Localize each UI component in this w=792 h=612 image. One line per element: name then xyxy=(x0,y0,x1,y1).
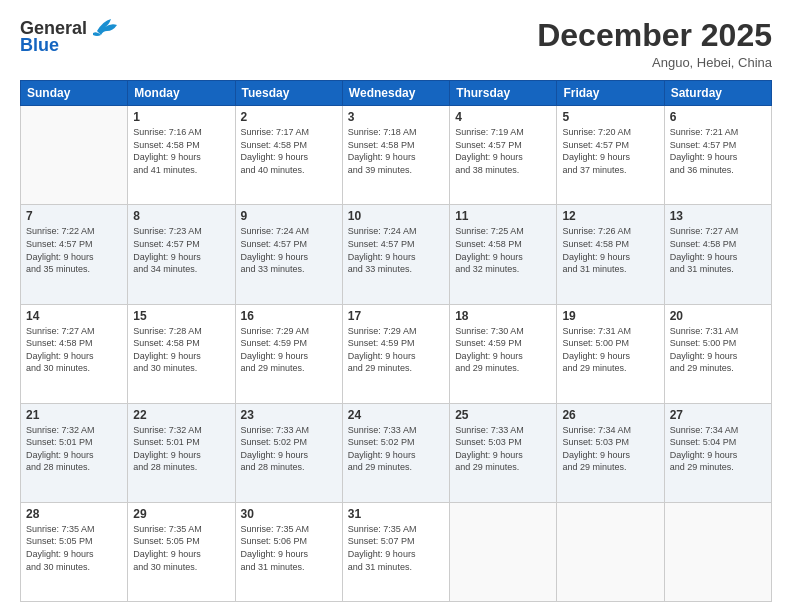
day-info: Sunrise: 7:34 AM Sunset: 5:04 PM Dayligh… xyxy=(670,424,766,474)
day-number: 31 xyxy=(348,507,444,521)
day-number: 26 xyxy=(562,408,658,422)
day-info: Sunrise: 7:30 AM Sunset: 4:59 PM Dayligh… xyxy=(455,325,551,375)
calendar-cell: 28Sunrise: 7:35 AM Sunset: 5:05 PM Dayli… xyxy=(21,502,128,601)
day-number: 2 xyxy=(241,110,337,124)
calendar-cell: 30Sunrise: 7:35 AM Sunset: 5:06 PM Dayli… xyxy=(235,502,342,601)
weekday-header-tuesday: Tuesday xyxy=(235,81,342,106)
day-number: 10 xyxy=(348,209,444,223)
calendar-cell: 2Sunrise: 7:17 AM Sunset: 4:58 PM Daylig… xyxy=(235,106,342,205)
day-info: Sunrise: 7:17 AM Sunset: 4:58 PM Dayligh… xyxy=(241,126,337,176)
calendar-cell: 18Sunrise: 7:30 AM Sunset: 4:59 PM Dayli… xyxy=(450,304,557,403)
weekday-header-row: SundayMondayTuesdayWednesdayThursdayFrid… xyxy=(21,81,772,106)
day-number: 14 xyxy=(26,309,122,323)
day-number: 4 xyxy=(455,110,551,124)
calendar-cell: 8Sunrise: 7:23 AM Sunset: 4:57 PM Daylig… xyxy=(128,205,235,304)
month-title: December 2025 xyxy=(537,18,772,53)
calendar-cell: 9Sunrise: 7:24 AM Sunset: 4:57 PM Daylig… xyxy=(235,205,342,304)
day-info: Sunrise: 7:26 AM Sunset: 4:58 PM Dayligh… xyxy=(562,225,658,275)
calendar-cell: 17Sunrise: 7:29 AM Sunset: 4:59 PM Dayli… xyxy=(342,304,449,403)
calendar-table: SundayMondayTuesdayWednesdayThursdayFrid… xyxy=(20,80,772,602)
calendar-cell: 25Sunrise: 7:33 AM Sunset: 5:03 PM Dayli… xyxy=(450,403,557,502)
day-number: 1 xyxy=(133,110,229,124)
day-info: Sunrise: 7:16 AM Sunset: 4:58 PM Dayligh… xyxy=(133,126,229,176)
calendar-cell: 3Sunrise: 7:18 AM Sunset: 4:58 PM Daylig… xyxy=(342,106,449,205)
day-number: 12 xyxy=(562,209,658,223)
calendar-cell: 23Sunrise: 7:33 AM Sunset: 5:02 PM Dayli… xyxy=(235,403,342,502)
calendar-cell: 12Sunrise: 7:26 AM Sunset: 4:58 PM Dayli… xyxy=(557,205,664,304)
day-number: 27 xyxy=(670,408,766,422)
calendar-cell: 6Sunrise: 7:21 AM Sunset: 4:57 PM Daylig… xyxy=(664,106,771,205)
weekday-header-saturday: Saturday xyxy=(664,81,771,106)
day-number: 15 xyxy=(133,309,229,323)
day-number: 18 xyxy=(455,309,551,323)
day-info: Sunrise: 7:33 AM Sunset: 5:02 PM Dayligh… xyxy=(241,424,337,474)
header: General Blue December 2025 Anguo, Hebei,… xyxy=(20,18,772,70)
calendar-cell: 10Sunrise: 7:24 AM Sunset: 4:57 PM Dayli… xyxy=(342,205,449,304)
day-info: Sunrise: 7:33 AM Sunset: 5:03 PM Dayligh… xyxy=(455,424,551,474)
day-info: Sunrise: 7:24 AM Sunset: 4:57 PM Dayligh… xyxy=(348,225,444,275)
day-number: 19 xyxy=(562,309,658,323)
week-row-1: 7Sunrise: 7:22 AM Sunset: 4:57 PM Daylig… xyxy=(21,205,772,304)
day-info: Sunrise: 7:29 AM Sunset: 4:59 PM Dayligh… xyxy=(241,325,337,375)
day-number: 13 xyxy=(670,209,766,223)
calendar-cell: 29Sunrise: 7:35 AM Sunset: 5:05 PM Dayli… xyxy=(128,502,235,601)
week-row-3: 21Sunrise: 7:32 AM Sunset: 5:01 PM Dayli… xyxy=(21,403,772,502)
day-info: Sunrise: 7:35 AM Sunset: 5:06 PM Dayligh… xyxy=(241,523,337,573)
day-info: Sunrise: 7:25 AM Sunset: 4:58 PM Dayligh… xyxy=(455,225,551,275)
calendar-cell xyxy=(21,106,128,205)
day-number: 7 xyxy=(26,209,122,223)
day-info: Sunrise: 7:27 AM Sunset: 4:58 PM Dayligh… xyxy=(26,325,122,375)
day-number: 23 xyxy=(241,408,337,422)
day-info: Sunrise: 7:24 AM Sunset: 4:57 PM Dayligh… xyxy=(241,225,337,275)
calendar-cell: 5Sunrise: 7:20 AM Sunset: 4:57 PM Daylig… xyxy=(557,106,664,205)
day-info: Sunrise: 7:35 AM Sunset: 5:07 PM Dayligh… xyxy=(348,523,444,573)
calendar-cell: 20Sunrise: 7:31 AM Sunset: 5:00 PM Dayli… xyxy=(664,304,771,403)
calendar-cell: 26Sunrise: 7:34 AM Sunset: 5:03 PM Dayli… xyxy=(557,403,664,502)
week-row-4: 28Sunrise: 7:35 AM Sunset: 5:05 PM Dayli… xyxy=(21,502,772,601)
day-info: Sunrise: 7:21 AM Sunset: 4:57 PM Dayligh… xyxy=(670,126,766,176)
weekday-header-friday: Friday xyxy=(557,81,664,106)
calendar-cell: 15Sunrise: 7:28 AM Sunset: 4:58 PM Dayli… xyxy=(128,304,235,403)
calendar-cell: 24Sunrise: 7:33 AM Sunset: 5:02 PM Dayli… xyxy=(342,403,449,502)
weekday-header-sunday: Sunday xyxy=(21,81,128,106)
day-info: Sunrise: 7:33 AM Sunset: 5:02 PM Dayligh… xyxy=(348,424,444,474)
calendar-cell xyxy=(450,502,557,601)
day-number: 24 xyxy=(348,408,444,422)
day-number: 17 xyxy=(348,309,444,323)
logo-blue-text: Blue xyxy=(20,35,59,56)
logo: General Blue xyxy=(20,18,119,56)
day-info: Sunrise: 7:35 AM Sunset: 5:05 PM Dayligh… xyxy=(26,523,122,573)
calendar-cell: 4Sunrise: 7:19 AM Sunset: 4:57 PM Daylig… xyxy=(450,106,557,205)
day-info: Sunrise: 7:27 AM Sunset: 4:58 PM Dayligh… xyxy=(670,225,766,275)
day-info: Sunrise: 7:28 AM Sunset: 4:58 PM Dayligh… xyxy=(133,325,229,375)
day-number: 22 xyxy=(133,408,229,422)
calendar-cell: 27Sunrise: 7:34 AM Sunset: 5:04 PM Dayli… xyxy=(664,403,771,502)
day-info: Sunrise: 7:23 AM Sunset: 4:57 PM Dayligh… xyxy=(133,225,229,275)
day-info: Sunrise: 7:19 AM Sunset: 4:57 PM Dayligh… xyxy=(455,126,551,176)
day-number: 20 xyxy=(670,309,766,323)
day-number: 11 xyxy=(455,209,551,223)
calendar-cell: 1Sunrise: 7:16 AM Sunset: 4:58 PM Daylig… xyxy=(128,106,235,205)
weekday-header-monday: Monday xyxy=(128,81,235,106)
day-info: Sunrise: 7:29 AM Sunset: 4:59 PM Dayligh… xyxy=(348,325,444,375)
day-number: 8 xyxy=(133,209,229,223)
day-info: Sunrise: 7:31 AM Sunset: 5:00 PM Dayligh… xyxy=(670,325,766,375)
day-info: Sunrise: 7:32 AM Sunset: 5:01 PM Dayligh… xyxy=(133,424,229,474)
title-block: December 2025 Anguo, Hebei, China xyxy=(537,18,772,70)
calendar-cell: 31Sunrise: 7:35 AM Sunset: 5:07 PM Dayli… xyxy=(342,502,449,601)
calendar-cell: 22Sunrise: 7:32 AM Sunset: 5:01 PM Dayli… xyxy=(128,403,235,502)
day-info: Sunrise: 7:32 AM Sunset: 5:01 PM Dayligh… xyxy=(26,424,122,474)
weekday-header-thursday: Thursday xyxy=(450,81,557,106)
day-info: Sunrise: 7:22 AM Sunset: 4:57 PM Dayligh… xyxy=(26,225,122,275)
day-number: 29 xyxy=(133,507,229,521)
calendar-cell xyxy=(557,502,664,601)
day-number: 9 xyxy=(241,209,337,223)
location: Anguo, Hebei, China xyxy=(537,55,772,70)
day-number: 25 xyxy=(455,408,551,422)
day-number: 21 xyxy=(26,408,122,422)
day-number: 3 xyxy=(348,110,444,124)
day-info: Sunrise: 7:35 AM Sunset: 5:05 PM Dayligh… xyxy=(133,523,229,573)
calendar-cell: 14Sunrise: 7:27 AM Sunset: 4:58 PM Dayli… xyxy=(21,304,128,403)
day-number: 28 xyxy=(26,507,122,521)
calendar-cell: 11Sunrise: 7:25 AM Sunset: 4:58 PM Dayli… xyxy=(450,205,557,304)
